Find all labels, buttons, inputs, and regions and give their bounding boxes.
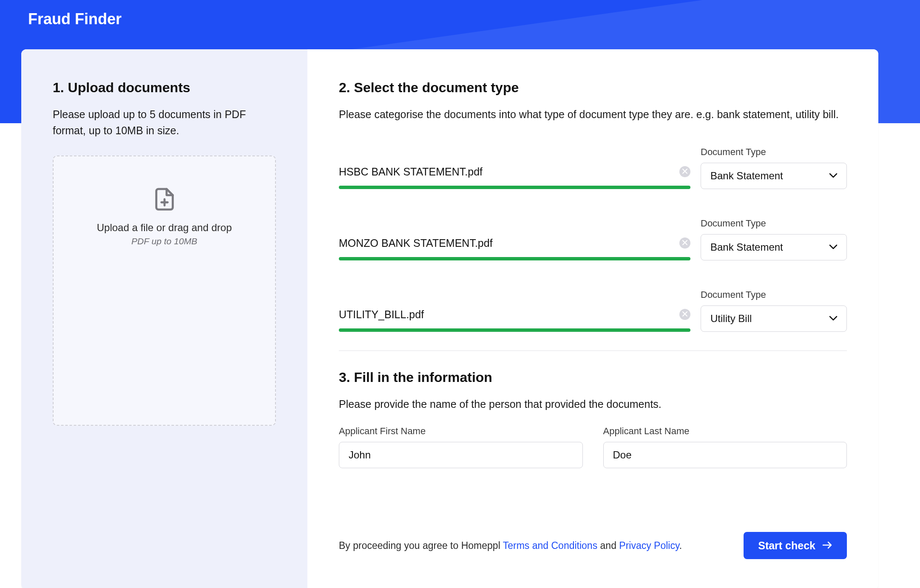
last-name-label: Applicant Last Name (603, 426, 847, 437)
document-filename: MONZO BANK STATEMENT.pdf (339, 237, 493, 249)
arrow-right-icon (822, 540, 832, 552)
close-icon (682, 169, 687, 175)
start-check-label: Start check (758, 540, 815, 552)
document-filename: UTILITY_BILL.pdf (339, 308, 424, 321)
privacy-link[interactable]: Privacy Policy (619, 540, 679, 551)
document-list: HSBC BANK STATEMENT.pdf Document Type (339, 147, 847, 351)
document-type-select[interactable] (701, 305, 847, 332)
legal-suffix: . (679, 540, 682, 551)
upload-panel: 1. Upload documents Please upload up to … (21, 49, 307, 588)
terms-link[interactable]: Terms and Conditions (503, 540, 597, 551)
remove-document-button[interactable] (679, 166, 690, 177)
close-icon (682, 311, 687, 318)
document-type-label: Document Type (701, 147, 847, 158)
document-row: UTILITY_BILL.pdf Document Type (339, 289, 847, 332)
document-type-label: Document Type (701, 218, 847, 229)
file-plus-icon (152, 187, 177, 212)
step3-desc: Please provide the name of the person th… (339, 396, 847, 413)
document-row: MONZO BANK STATEMENT.pdf Document Type (339, 218, 847, 260)
start-check-button[interactable]: Start check (744, 532, 847, 559)
remove-document-button[interactable] (679, 309, 690, 320)
upload-progress-bar (339, 257, 690, 260)
step2-title: 2. Select the document type (339, 80, 847, 96)
section-divider (339, 351, 847, 351)
document-type-label: Document Type (701, 289, 847, 300)
legal-text: By proceeding you agree to Homeppl Terms… (339, 540, 682, 551)
app-title: Fraud Finder (28, 10, 122, 28)
step2-desc: Please categorise the documents into wha… (339, 107, 847, 123)
legal-joiner: and (597, 540, 619, 551)
step1-title: 1. Upload documents (53, 80, 276, 96)
step1-desc: Please upload up to 5 documents in PDF f… (53, 107, 276, 139)
document-type-select[interactable] (701, 234, 847, 260)
close-icon (682, 240, 687, 246)
document-type-select[interactable] (701, 163, 847, 189)
upload-progress-bar (339, 186, 690, 189)
legal-prefix: By proceeding you agree to Homeppl (339, 540, 503, 551)
upload-dropzone[interactable]: Upload a file or drag and drop PDF up to… (53, 155, 276, 426)
upload-secondary-text: PDF up to 10MB (131, 236, 197, 246)
first-name-input[interactable] (339, 442, 583, 468)
first-name-label: Applicant First Name (339, 426, 583, 437)
configure-panel: 2. Select the document type Please categ… (307, 49, 878, 588)
last-name-input[interactable] (603, 442, 847, 468)
document-row: HSBC BANK STATEMENT.pdf Document Type (339, 147, 847, 189)
step3-title: 3. Fill in the information (339, 370, 847, 385)
document-filename: HSBC BANK STATEMENT.pdf (339, 166, 483, 178)
upload-progress-bar (339, 328, 690, 332)
remove-document-button[interactable] (679, 237, 690, 249)
main-card: 1. Upload documents Please upload up to … (21, 49, 878, 588)
upload-primary-text: Upload a file or drag and drop (97, 222, 232, 234)
